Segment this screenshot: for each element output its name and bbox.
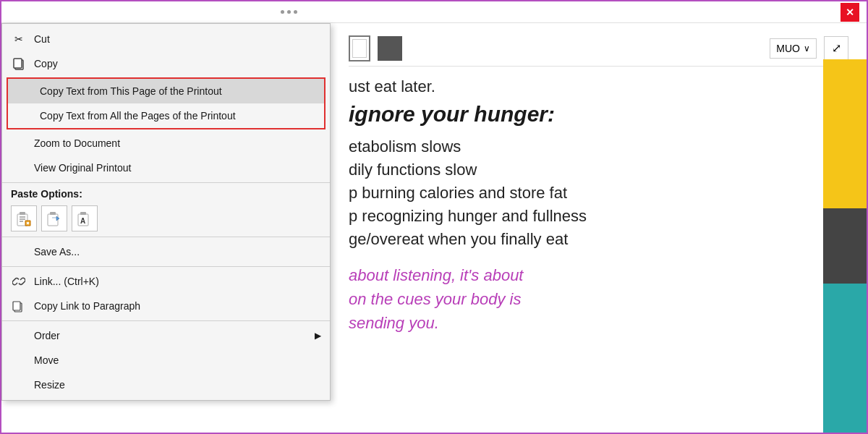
menu-item-resize[interactable]: Resize (2, 373, 330, 397)
expand-icon: ⤢ (832, 41, 841, 55)
copy-link-icon (11, 298, 27, 314)
paste-btn-2[interactable] (41, 205, 67, 231)
thumbnail-inner (352, 39, 367, 58)
side-image-strip (823, 59, 867, 433)
copy-text-page-label: Copy Text from This Page of the Printout (40, 85, 315, 97)
save-as-icon (11, 244, 27, 260)
menu-item-order[interactable]: Order ▶ (2, 323, 330, 348)
copy-text-group: Copy Text from This Page of the Printout… (7, 77, 326, 129)
save-as-label: Save As... (34, 246, 321, 258)
menu-item-copy-text-all[interactable]: Copy Text from All the Pages of the Prin… (8, 103, 324, 128)
separator-3 (2, 266, 330, 267)
svg-rect-1 (14, 59, 22, 68)
menu-item-copy-text-page[interactable]: Copy Text from This Page of the Printout (8, 79, 324, 103)
resize-label: Resize (34, 379, 321, 391)
zoom-icon (11, 135, 27, 151)
title-bar-dots (281, 10, 297, 14)
doc-line-2: dily functions slow (349, 161, 848, 179)
separator-2 (2, 237, 330, 237)
doc-line-4: p recognizing hunger and fullness (349, 207, 848, 226)
cut-icon: ✂ (11, 31, 27, 47)
copy-text-all-icon (17, 108, 33, 124)
svg-rect-13 (13, 302, 20, 310)
svg-rect-8 (50, 212, 56, 215)
menu-item-view-original[interactable]: View Original Printout (2, 156, 330, 180)
svg-rect-3 (20, 212, 25, 215)
context-menu: ✂ Cut Copy Copy Text from This Page of t… (1, 23, 331, 401)
menu-item-cut[interactable]: ✂ Cut (2, 27, 330, 51)
order-label: Order (34, 330, 307, 341)
paste-btn-3[interactable]: A (72, 205, 98, 231)
copy-label: Copy (34, 58, 321, 69)
menu-item-copy[interactable]: Copy (2, 51, 330, 76)
copy-text-page-icon (17, 83, 33, 99)
view-original-label: View Original Printout (34, 162, 321, 174)
title-bar: ✕ (1, 1, 867, 23)
resize-icon (11, 377, 27, 393)
menu-item-move[interactable]: Move (2, 348, 330, 373)
view-original-icon (11, 160, 27, 176)
dark-section (823, 208, 867, 283)
doc-line-3: p burning calories and store fat (349, 184, 848, 203)
dark-square-icon[interactable] (378, 36, 402, 61)
teal-section (823, 284, 867, 433)
doc-line-5: ge/overeat when you finally eat (349, 230, 848, 249)
menu-item-link[interactable]: Link... (Ctrl+K) (2, 269, 330, 294)
menu-item-save-as[interactable]: Save As... (2, 239, 330, 264)
copy-text-all-label: Copy Text from All the Pages of the Prin… (40, 110, 315, 122)
dot2 (287, 10, 291, 14)
menu-item-zoom[interactable]: Zoom to Document (2, 131, 330, 156)
zoom-label: Zoom to Document (34, 137, 321, 149)
expand-button[interactable]: ⤢ (824, 36, 848, 61)
document-content: MUO ∨ ⤢ ust eat later. ignore your hunge… (331, 23, 867, 433)
yellow-section (823, 59, 867, 208)
paste-options-row: A (2, 203, 330, 234)
menu-item-copy-link[interactable]: Copy Link to Paragraph (2, 294, 330, 318)
link-label: Link... (Ctrl+K) (34, 276, 321, 287)
muo-dropdown[interactable]: MUO ∨ (770, 38, 817, 59)
svg-text:A: A (80, 217, 85, 225)
close-button[interactable]: ✕ (841, 3, 859, 22)
page-thumbnail-icon[interactable] (349, 35, 370, 61)
separator-4 (2, 320, 330, 321)
doc-heading: ignore your hunger: (349, 102, 848, 127)
doc-bottom-text: about listening, it's abouton the cues y… (349, 263, 848, 335)
separator-1 (2, 182, 330, 183)
content-area: ✂ Cut Copy Copy Text from This Page of t… (1, 23, 867, 433)
paste-btn-1[interactable] (11, 205, 37, 231)
main-window: ✕ ✂ Cut Copy (0, 0, 868, 434)
order-icon (11, 328, 27, 344)
paste-options-header: Paste Options: (2, 185, 330, 203)
link-icon (11, 273, 27, 289)
move-label: Move (34, 354, 321, 366)
dot1 (281, 10, 284, 14)
svg-rect-10 (80, 212, 86, 215)
copy-icon (11, 56, 27, 72)
dot3 (294, 10, 297, 14)
muo-label: MUO (776, 43, 800, 54)
doc-line-top: ust eat later. (349, 77, 848, 96)
doc-text-body: ust eat later. ignore your hunger: etabo… (349, 74, 848, 339)
doc-line-1: etabolism slows (349, 137, 848, 156)
copy-link-label: Copy Link to Paragraph (34, 300, 321, 312)
move-icon (11, 352, 27, 368)
order-submenu-arrow: ▶ (315, 331, 321, 341)
muo-chevron: ∨ (804, 43, 810, 54)
cut-label: Cut (34, 33, 321, 45)
doc-header-bar: MUO ∨ ⤢ (349, 30, 848, 67)
